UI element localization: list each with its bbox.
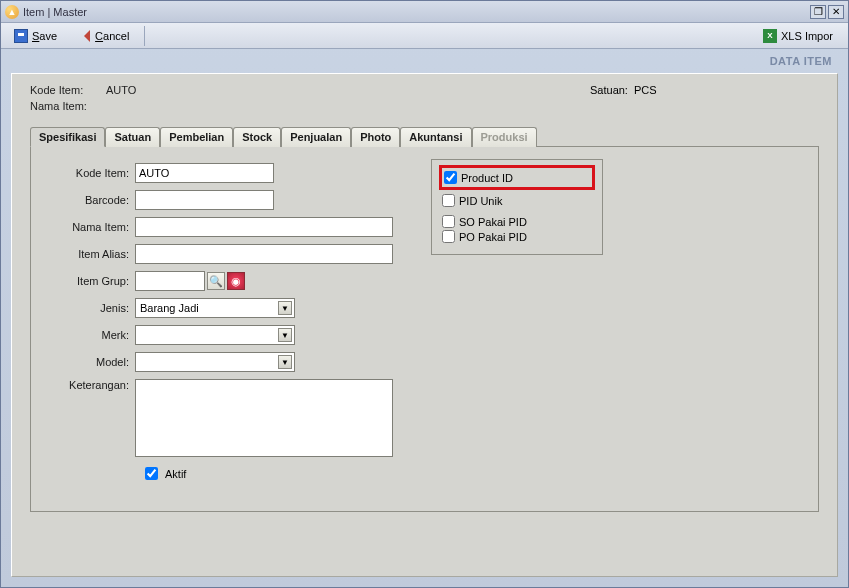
product-id-label: Product ID — [461, 172, 513, 184]
pid-unik-checkbox[interactable] — [442, 194, 455, 207]
model-combo[interactable]: ▼ — [135, 352, 295, 372]
aktif-checkbox[interactable] — [145, 467, 158, 480]
kode-item-input[interactable] — [135, 163, 274, 183]
search-icon: 🔍 — [209, 275, 223, 288]
header-nama-label: Nama Item: — [30, 100, 106, 112]
header-satuan-value: PCS — [634, 84, 657, 116]
tab-produksi: Produksi — [472, 127, 537, 147]
tab-penjualan[interactable]: Penjualan — [281, 127, 351, 147]
cancel-label: Cancel — [95, 30, 129, 42]
chevron-down-icon: ▼ — [278, 301, 292, 315]
tab-photo[interactable]: Photo — [351, 127, 400, 147]
save-button[interactable]: Save — [5, 26, 66, 46]
product-id-checkbox[interactable] — [444, 171, 457, 184]
so-pakai-pid-label: SO Pakai PID — [459, 216, 527, 228]
content-panel: Kode Item: AUTO Nama Item: Satuan: PCS S… — [11, 73, 838, 577]
barcode-label: Barcode: — [53, 194, 135, 206]
breadcrumb: DATA ITEM — [1, 49, 848, 69]
tab-akuntansi[interactable]: Akuntansi — [400, 127, 471, 147]
aktif-label: Aktif — [165, 468, 186, 480]
chevron-down-icon: ▼ — [278, 328, 292, 342]
stop-icon: ◉ — [231, 275, 241, 288]
merk-label: Merk: — [53, 329, 135, 341]
tab-satuan[interactable]: Satuan — [105, 127, 160, 147]
nama-item-label: Nama Item: — [53, 221, 135, 233]
header-kode-label: Kode Item: — [30, 84, 106, 96]
item-alias-label: Item Alias: — [53, 248, 135, 260]
keterangan-label: Keterangan: — [53, 379, 135, 391]
item-grup-lookup-button[interactable]: 🔍 — [207, 272, 225, 290]
header-kode-value: AUTO — [106, 84, 136, 96]
pid-unik-label: PID Unik — [459, 195, 502, 207]
tab-content-spesifikasi: Kode Item: Barcode: Nama Item: Item Alia… — [30, 146, 819, 512]
so-pakai-pid-checkbox[interactable] — [442, 215, 455, 228]
item-alias-input[interactable] — [135, 244, 393, 264]
tab-bar: Spesifikasi Satuan Pembelian Stock Penju… — [30, 127, 819, 147]
undo-icon — [77, 29, 91, 43]
chevron-down-icon: ▼ — [278, 355, 292, 369]
barcode-input[interactable] — [135, 190, 274, 210]
tab-pembelian[interactable]: Pembelian — [160, 127, 233, 147]
merk-combo[interactable]: ▼ — [135, 325, 295, 345]
kode-item-label: Kode Item: — [53, 167, 135, 179]
tab-stock[interactable]: Stock — [233, 127, 281, 147]
cancel-button[interactable]: Cancel — [68, 26, 138, 46]
model-label: Model: — [53, 356, 135, 368]
toolbar-separator — [144, 26, 145, 46]
save-label: Save — [32, 30, 57, 42]
jenis-combo[interactable]: Barang Jadi ▼ — [135, 298, 295, 318]
item-grup-clear-button[interactable]: ◉ — [227, 272, 245, 290]
jenis-value: Barang Jadi — [140, 302, 199, 314]
header-satuan-label: Satuan: — [590, 84, 628, 116]
xls-icon: X — [763, 29, 777, 43]
product-id-highlight: Product ID — [439, 165, 595, 190]
xls-import-label: XLS Impor — [781, 30, 833, 42]
item-grup-input[interactable] — [135, 271, 205, 291]
app-icon: ▲ — [5, 5, 19, 19]
keterangan-input[interactable] — [135, 379, 393, 457]
close-button[interactable]: ✕ — [828, 5, 844, 19]
restore-button[interactable]: ❐ — [810, 5, 826, 19]
pid-panel: Product ID PID Unik SO Pakai PID PO Paka… — [431, 159, 603, 255]
nama-item-input[interactable] — [135, 217, 393, 237]
tab-spesifikasi[interactable]: Spesifikasi — [30, 127, 105, 147]
window-title: Item | Master — [23, 6, 87, 18]
window-item-master: ▲ Item | Master ❐ ✕ Save Cancel X XLS Im… — [0, 0, 849, 588]
xls-import-button[interactable]: X XLS Impor — [754, 26, 842, 46]
titlebar: ▲ Item | Master ❐ ✕ — [1, 1, 848, 23]
header-block: Kode Item: AUTO Nama Item: Satuan: PCS — [30, 84, 819, 116]
item-grup-label: Item Grup: — [53, 275, 135, 287]
po-pakai-pid-checkbox[interactable] — [442, 230, 455, 243]
jenis-label: Jenis: — [53, 302, 135, 314]
toolbar: Save Cancel X XLS Impor — [1, 23, 848, 49]
po-pakai-pid-label: PO Pakai PID — [459, 231, 527, 243]
save-icon — [14, 29, 28, 43]
